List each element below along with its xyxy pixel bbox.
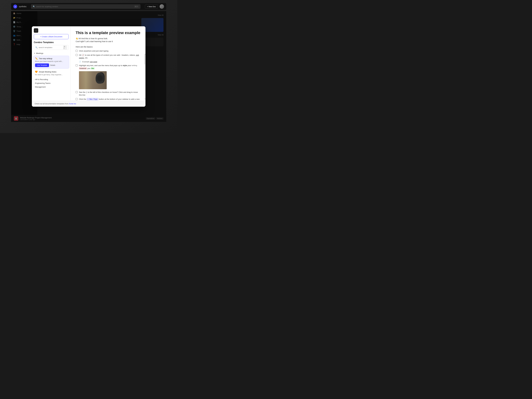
category-label-hr: HR & Recruiting (35, 78, 48, 81)
chevron-right-icon: › (34, 79, 34, 80)
new-page-code: + New Page (87, 98, 98, 101)
slash-code: / (82, 54, 84, 56)
template-item-desc-2: No need to get fancy. Stay organise... (35, 74, 68, 76)
modal-preview-panel: This is a template preview example 👋 Hi!… (71, 26, 146, 107)
checklist-item-4: See the ⣿ to the left of this checkbox o… (76, 91, 140, 97)
search-icon: 🔍 (35, 46, 38, 49)
search-placeholder: search for anything cerebro (36, 6, 58, 8)
app-brand: synthdoc (19, 5, 27, 8)
preview-image (79, 71, 107, 89)
back-button[interactable]: ‹ (34, 28, 38, 33)
search-shortcut: ⌘ F (63, 45, 67, 50)
template-modal: ‹ + Create a Blank Document Cerebro Temp… (32, 26, 146, 107)
modal-left-panel: ‹ + Create a Blank Document Cerebro Temp… (32, 26, 71, 107)
checkbox-5[interactable] (76, 98, 78, 100)
checklist-item-2: Hit / to see all the types of content yo… (76, 54, 140, 59)
template-item-icon-2: 🧡 (35, 70, 38, 73)
italic-text: your (128, 64, 131, 66)
chevron-down-icon: ▼ (34, 52, 35, 54)
use-template-button[interactable]: Use Template (35, 63, 49, 67)
category-meetings[interactable]: ▼ Meetings (32, 51, 70, 55)
new-doc-button[interactable]: + New Doc (145, 5, 158, 9)
chevron-right-icon-3: › (34, 86, 34, 88)
back-icon: ‹ (36, 29, 36, 32)
category-hr[interactable]: › HR & Recruiting (32, 78, 70, 81)
topbar: s synthdoc 🔍 search for anything cerebro… (11, 3, 166, 10)
plain-text: you (87, 67, 90, 70)
details-link[interactable]: Details (50, 64, 55, 66)
checkbox-3[interactable] (76, 64, 78, 66)
checkbox-4[interactable] (76, 91, 78, 93)
template-actions: Use Template Details (35, 63, 67, 67)
search-icon: 🔍 (33, 6, 35, 8)
checklist-item-1: Click anywhere and just start typing (76, 50, 140, 52)
checklist-text-1: Click anywhere and just start typing (79, 50, 108, 52)
strikethrough-text: writing (132, 64, 137, 66)
bold-text: style (123, 64, 127, 66)
template-list: ▼ Meetings ✏️ Two-way writeup Move your … (32, 51, 70, 107)
template-item-simple-meeting-notes[interactable]: 🧡 Simple Meeting Notes No need to get fa… (33, 69, 69, 77)
category-engineering[interactable]: › Engineering Teams (32, 81, 70, 85)
category-management[interactable]: › Management (32, 85, 70, 89)
subpage-link[interactable]: sub page (90, 61, 97, 63)
search-shortcut: ⌘ F (134, 5, 139, 8)
preview-greeting: 👋 Hi! And this is how it's gonna look. C… (76, 37, 140, 43)
template-item-desc: Move your team towards a goal with... (35, 60, 67, 62)
checklist-text-3: Highlight any text, and use the menu tha… (79, 64, 140, 70)
create-blank-button[interactable]: + Create a Blank Document (34, 34, 69, 39)
template-item-header: ✏️ Two-way writeup (35, 57, 67, 60)
checkbox-1[interactable] (76, 50, 78, 52)
highlight-red: however (79, 67, 87, 70)
template-item-name-2: Simple Meeting Notes (39, 71, 56, 73)
template-item-name: Two-way writeup (39, 57, 52, 60)
checklist-text-2: Hit / to see all the types of content yo… (79, 54, 140, 59)
checklist-item-3: Highlight any text, and use the menu tha… (76, 64, 140, 70)
template-search-box[interactable]: 🔍 ⌘ F (34, 45, 69, 50)
modal-overlay: ‹ + Create a Blank Document Cerebro Temp… (11, 11, 166, 122)
app-logo: s (13, 5, 17, 8)
checkbox-2[interactable] (76, 54, 78, 56)
sub-pages-link[interactable]: sub pages (79, 54, 139, 59)
footer-text: Check out all documentation templates fr… (35, 103, 69, 105)
modal-section-title: Cerebro Templates (32, 41, 70, 45)
template-item-two-way-writeup[interactable]: ✏️ Two-way writeup Move your team toward… (33, 56, 69, 69)
footer-link[interactable]: Acme Inc (69, 103, 71, 105)
template-search-input[interactable] (39, 46, 62, 49)
category-label-engineering: Engineering Teams (35, 82, 51, 84)
doc-icon: 📄 (79, 61, 81, 63)
subpage-ref: 📄 Example sub page (79, 61, 140, 63)
user-avatar[interactable] (160, 4, 164, 9)
chevron-right-icon-2: › (34, 82, 34, 84)
template-item-header-2: 🧡 Simple Meeting Notes (35, 70, 68, 73)
highlight-green: like (91, 67, 95, 70)
category-label-management: Management (35, 86, 46, 88)
drag-icon: ⣿ (86, 91, 87, 93)
modal-footer: Check out all documentation templates fr… (32, 101, 71, 107)
checklist-text-4: See the ⣿ to the left of this checkbox o… (79, 91, 140, 97)
preview-section-label: Here are the basics: (76, 46, 140, 48)
template-item-icon: ✏️ (35, 57, 38, 60)
category-label: Meetings (36, 52, 43, 54)
preview-title: This is a template preview example (76, 31, 140, 35)
subpage-text: Example sub page (82, 61, 97, 63)
topbar-search[interactable]: 🔍 search for anything cerebro ⌘ F (31, 4, 140, 9)
